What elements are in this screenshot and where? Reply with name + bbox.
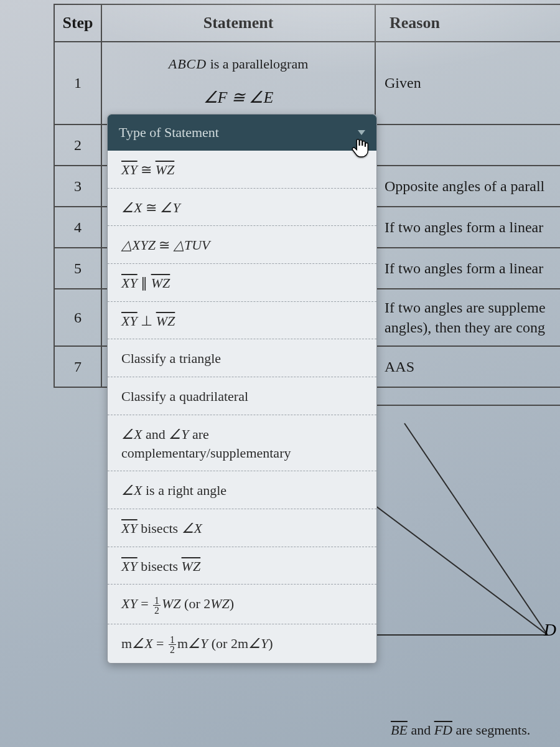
dropdown-header[interactable]: Type of Statement <box>108 115 376 151</box>
stmt-text: ABCD <box>169 56 207 72</box>
vertex-label-d: D <box>544 620 556 640</box>
reason-cell: If two angles form a linear <box>375 248 560 289</box>
step-number: 4 <box>54 207 101 248</box>
svg-line-1 <box>404 423 548 635</box>
step-number: 2 <box>54 125 101 166</box>
reason-cell: If two angles form a linear <box>375 207 560 248</box>
dropdown-option[interactable]: XY bisects WZ <box>108 547 376 585</box>
dropdown-option[interactable]: Classify a quadrilateral <box>108 377 376 415</box>
step-number: 6 <box>54 289 101 346</box>
dropdown-option[interactable]: XY ∥ WZ <box>108 264 376 302</box>
reason-cell: Given <box>375 42 560 125</box>
stmt-text: ∠F ≅ ∠E <box>108 82 368 113</box>
dropdown-option[interactable]: ∠X and ∠Y are complementary/supplementar… <box>108 415 376 471</box>
dropdown-option[interactable]: XY bisects ∠X <box>108 509 376 547</box>
statement-type-dropdown[interactable]: Type of Statement XY ≅ WZ ∠X ≅ ∠Y △XYZ ≅… <box>107 114 377 664</box>
header-statement: Statement <box>101 4 375 42</box>
hand-cursor-icon <box>351 137 370 158</box>
header-step: Step <box>54 4 101 42</box>
dropdown-option[interactable]: XY ≅ WZ <box>108 151 376 189</box>
dropdown-option[interactable]: m∠X = 12m∠Y (or 2m∠Y) <box>108 624 376 664</box>
dropdown-option[interactable]: ∠X ≅ ∠Y <box>108 189 376 227</box>
header-reason: Reason <box>375 4 560 42</box>
step-number: 7 <box>54 346 101 387</box>
dropdown-option[interactable]: XY ⊥ WZ <box>108 302 376 340</box>
dropdown-option[interactable]: △XYZ ≅ △TUV <box>108 226 376 264</box>
statement-cell: ABCD is a parallelogram ∠F ≅ ∠E <box>101 42 375 125</box>
segments-note: BE and FD are segments. <box>391 722 530 738</box>
step-number: 5 <box>54 248 101 289</box>
reason-cell <box>375 125 560 166</box>
dropdown-option[interactable]: XY = 12WZ (or 2WZ) <box>108 585 376 624</box>
reason-cell: AAS <box>375 346 560 387</box>
chevron-down-icon <box>358 130 365 135</box>
dropdown-placeholder: Type of Statement <box>119 125 219 140</box>
reason-cell: If two angles are suppleme angles), then… <box>375 289 560 346</box>
dropdown-option[interactable]: Classify a triangle <box>108 339 376 377</box>
dropdown-list: XY ≅ WZ ∠X ≅ ∠Y △XYZ ≅ △TUV XY ∥ WZ XY ⊥… <box>108 151 376 663</box>
step-number: 3 <box>54 166 101 207</box>
step-number: 1 <box>54 42 101 125</box>
reason-cell: Opposite angles of a parall <box>375 166 560 207</box>
dropdown-option[interactable]: ∠X is a right angle <box>108 471 376 509</box>
